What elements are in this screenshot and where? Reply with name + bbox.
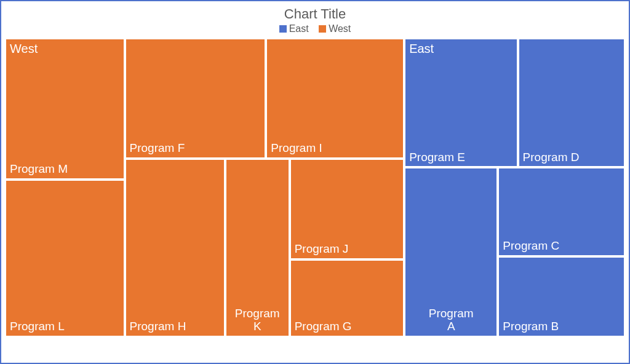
- legend-swatch-west: [319, 25, 326, 33]
- cell-program-e: East Program E: [404, 38, 517, 167]
- cell-program-f: Program F: [125, 38, 266, 159]
- chart-title: Chart Title: [5, 6, 625, 22]
- cell-program-d: Program D: [518, 38, 625, 167]
- cell-program-a: Program A: [404, 167, 498, 337]
- cell-program-l: Program L: [5, 180, 125, 337]
- cell-program-g: Program G: [290, 259, 404, 337]
- cell-label-program-l: Program L: [10, 320, 65, 333]
- cell-program-b: Program B: [498, 256, 625, 337]
- cell-label-program-g: Program G: [295, 320, 352, 333]
- cell-label-program-m: Program M: [10, 163, 68, 176]
- legend-label-east: East: [289, 23, 309, 34]
- cell-label-program-j: Program J: [295, 243, 349, 256]
- region-label-east: East: [409, 42, 434, 56]
- cell-program-m: West Program M: [5, 38, 125, 180]
- chart-frame: Chart Title East West West Program M Pro…: [0, 0, 630, 364]
- cell-label-program-f: Program F: [130, 142, 185, 155]
- legend-label-west: West: [329, 23, 351, 34]
- cell-label-program-h: Program H: [130, 320, 186, 333]
- treemap-plot: West Program M Program L Program F Progr…: [5, 38, 625, 337]
- cell-program-j: Program J: [290, 159, 404, 259]
- cell-program-k: Program K: [225, 159, 290, 337]
- cell-label-program-c: Program C: [503, 240, 559, 253]
- cell-label-program-k: Program K: [235, 307, 280, 333]
- cell-label-program-a: Program A: [428, 307, 474, 333]
- cell-program-h: Program H: [125, 159, 225, 337]
- cell-label-program-d: Program D: [523, 151, 580, 164]
- region-label-west: West: [10, 42, 38, 56]
- cell-program-c: Program C: [498, 167, 625, 256]
- cell-label-program-e: Program E: [409, 151, 465, 164]
- cell-label-program-b: Program B: [503, 320, 559, 333]
- chart-legend: East West: [5, 23, 625, 34]
- legend-swatch-east: [279, 25, 287, 33]
- cell-label-program-i: Program I: [271, 142, 322, 155]
- cell-program-i: Program I: [266, 38, 404, 159]
